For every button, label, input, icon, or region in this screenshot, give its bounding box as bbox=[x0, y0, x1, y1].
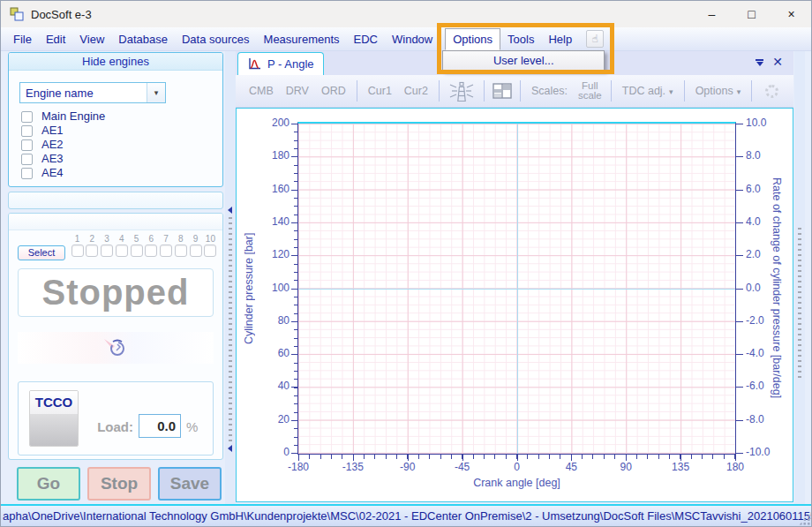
menu-edc[interactable]: EDC bbox=[347, 28, 385, 50]
cylinder-checkbox-row: 1 2 3 4 5 6 7 8 9 10 bbox=[71, 234, 217, 257]
checkbox-cyl-4[interactable] bbox=[116, 245, 128, 257]
menu-measurements[interactable]: Measurements bbox=[257, 28, 347, 50]
engine-label: AE1 bbox=[41, 124, 64, 138]
checkbox-ae4[interactable] bbox=[21, 168, 33, 179]
chart-toolbar: CMB DRV ORD Cur1 Cur2 bbox=[236, 75, 793, 108]
checkbox-ae1[interactable] bbox=[21, 125, 33, 137]
cur2-button[interactable]: Cur2 bbox=[398, 85, 434, 97]
list-item: AE1 bbox=[21, 124, 215, 138]
checkbox-cyl-9[interactable] bbox=[190, 245, 202, 257]
tab-close-icon[interactable]: ✕ bbox=[772, 56, 783, 68]
chevron-down-icon: ▾ bbox=[737, 87, 741, 96]
y-right-tick-mark bbox=[736, 124, 743, 124]
y-right-tick-mark bbox=[736, 190, 743, 191]
maximize-button[interactable]: □ bbox=[732, 1, 771, 27]
x-tick-label: -135 bbox=[334, 461, 372, 473]
engine-label: AE4 bbox=[41, 166, 64, 180]
lighthouse-icon[interactable] bbox=[444, 79, 479, 102]
y-left-tick-mark bbox=[291, 222, 298, 223]
client-area: Hide engines Engine name ▾ Main Engine A… bbox=[1, 51, 811, 504]
checkbox-cyl-10[interactable] bbox=[204, 245, 216, 257]
collapse-left-icon[interactable] bbox=[228, 207, 232, 214]
tdc-adj-button[interactable]: TDC adj.▾ bbox=[616, 85, 680, 97]
chevron-down-icon[interactable]: ▾ bbox=[147, 83, 165, 102]
checkbox-cyl-2[interactable] bbox=[86, 245, 98, 257]
y-left-tick-label: 200 bbox=[252, 117, 289, 129]
engine-spinner-icon bbox=[101, 335, 131, 360]
menu-edit[interactable]: Edit bbox=[39, 28, 72, 50]
y-right-tick-mark bbox=[736, 156, 743, 157]
control-panel-header bbox=[9, 214, 222, 230]
x-tick-label: -90 bbox=[388, 461, 427, 473]
chart-options-button[interactable]: Options▾ bbox=[689, 85, 748, 97]
ord-button[interactable]: ORD bbox=[315, 85, 352, 97]
menu-file[interactable]: File bbox=[6, 28, 39, 50]
activity-strip bbox=[18, 332, 214, 364]
y-right-tick-mark bbox=[736, 255, 743, 256]
right-splitter[interactable] bbox=[794, 51, 805, 506]
menu-options-open[interactable]: Options bbox=[445, 28, 500, 50]
checkbox-cyl-6[interactable] bbox=[145, 245, 157, 257]
checkbox-cyl-5[interactable] bbox=[131, 245, 143, 257]
menu-item-user-level[interactable]: User level... bbox=[493, 54, 554, 67]
hand-pointer-icon[interactable]: ☝ bbox=[586, 30, 604, 48]
menu-data-sources[interactable]: Data sources bbox=[175, 28, 257, 50]
checkbox-cyl-8[interactable] bbox=[175, 245, 187, 257]
y-right-tick-label: 0.0 bbox=[746, 282, 785, 294]
menu-window[interactable]: Window bbox=[385, 28, 440, 50]
plot-area[interactable] bbox=[297, 122, 736, 455]
tab-p-angle[interactable]: P - Angle bbox=[237, 52, 324, 75]
engine-label: AE3 bbox=[41, 152, 64, 166]
menu-tools[interactable]: Tools bbox=[500, 28, 541, 50]
minimize-button[interactable]: – bbox=[692, 1, 732, 27]
splitter-handle[interactable] bbox=[798, 228, 801, 378]
checkbox-cyl-7[interactable] bbox=[160, 245, 172, 257]
menu-help[interactable]: Help bbox=[541, 28, 579, 50]
collapse-left-icon[interactable] bbox=[228, 445, 232, 452]
tab-list-dropdown-icon[interactable] bbox=[756, 59, 763, 66]
busy-spinner-icon bbox=[765, 85, 778, 98]
layout-grid-icon[interactable] bbox=[489, 83, 515, 99]
x-tick-label: 45 bbox=[552, 461, 590, 473]
tcco-button[interactable]: TCCO bbox=[29, 390, 79, 447]
y-left-tick-label: 40 bbox=[252, 380, 289, 392]
sidebar-splitter[interactable] bbox=[225, 51, 236, 506]
hide-engines-panel: Hide engines Engine name ▾ Main Engine A… bbox=[8, 52, 223, 187]
menu-view[interactable]: View bbox=[72, 28, 111, 50]
toolbar-separator bbox=[520, 80, 521, 102]
toolbar-separator bbox=[611, 80, 612, 102]
menu-database[interactable]: Database bbox=[111, 28, 175, 50]
select-button[interactable]: Select bbox=[18, 245, 65, 260]
stop-button[interactable]: Stop bbox=[87, 467, 151, 501]
go-button[interactable]: Go bbox=[17, 467, 80, 501]
curve-icon bbox=[247, 57, 262, 71]
tab-label: P - Angle bbox=[267, 57, 314, 71]
checkbox-cyl-3[interactable] bbox=[101, 245, 113, 257]
save-button[interactable]: Save bbox=[158, 467, 222, 501]
zero-rate-line bbox=[298, 289, 735, 290]
checkbox-main-engine[interactable] bbox=[21, 111, 33, 123]
x-tick-mark bbox=[353, 454, 354, 461]
y-right-tick-label: 6.0 bbox=[746, 183, 785, 195]
checkbox-ae3[interactable] bbox=[21, 154, 33, 165]
splitter-handle[interactable] bbox=[229, 217, 232, 441]
x-tick-label: -45 bbox=[443, 461, 482, 473]
close-button[interactable]: × bbox=[771, 1, 811, 27]
y-right-tick-label: 8.0 bbox=[746, 149, 785, 162]
window-controls: – □ × bbox=[692, 1, 811, 27]
cmb-button[interactable]: CMB bbox=[243, 85, 280, 97]
y-left-tick-label: 100 bbox=[252, 282, 289, 294]
x-tick-label: 180 bbox=[716, 461, 755, 473]
engine-label: AE2 bbox=[41, 138, 64, 152]
checkbox-cyl-1[interactable] bbox=[71, 245, 84, 257]
cylinder-number: 2 bbox=[89, 234, 94, 244]
y-right-tick-mark bbox=[736, 420, 743, 421]
y-left-tick-label: 140 bbox=[252, 215, 289, 228]
cur1-button[interactable]: Cur1 bbox=[362, 85, 398, 97]
drv-button[interactable]: DRV bbox=[280, 85, 315, 97]
checkbox-ae2[interactable] bbox=[21, 139, 33, 151]
engine-list: Main Engine AE1 AE2 AE3 AE4 bbox=[21, 109, 215, 180]
load-input[interactable] bbox=[139, 414, 181, 438]
scales-mode-button[interactable]: Full scale bbox=[574, 81, 606, 101]
engine-name-dropdown[interactable]: Engine name ▾ bbox=[19, 82, 166, 103]
